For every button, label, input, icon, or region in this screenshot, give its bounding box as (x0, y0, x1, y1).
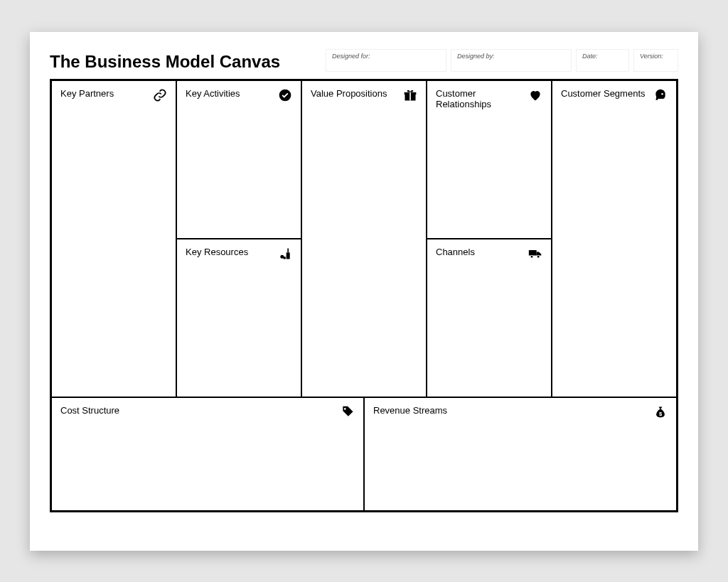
meta-fields: Designed for: Designed by: Date: Version… (326, 49, 678, 72)
col-value-propositions: Value Propositions (302, 81, 427, 397)
canvas-top-row: Key Partners Key Activities (52, 81, 676, 397)
svg-point-11 (661, 93, 663, 95)
label-key-resources: Key Resources (186, 247, 248, 257)
factory-icon (278, 247, 292, 261)
svg-rect-8 (529, 250, 537, 256)
truck-icon (528, 247, 542, 261)
money-bag-icon: $ (653, 405, 668, 419)
link-icon (153, 88, 167, 102)
field-designed-by[interactable]: Designed by: (451, 49, 572, 72)
price-tag-icon (341, 405, 355, 419)
canvas-page: The Business Model Canvas Designed for: … (30, 32, 698, 551)
svg-point-10 (537, 255, 540, 258)
col-key-activities-resources: Key Activities Key Resources (177, 81, 302, 397)
svg-rect-7 (410, 92, 411, 100)
cell-channels: Channels (427, 239, 551, 397)
label-key-partners: Key Partners (60, 88, 114, 99)
cell-key-activities: Key Activities (177, 81, 301, 239)
label-value-propositions: Value Propositions (311, 88, 387, 99)
svg-point-3 (283, 256, 286, 259)
svg-point-12 (344, 408, 346, 410)
business-model-canvas: Key Partners Key Activities (50, 79, 678, 512)
label-customer-segments: Customer Segments (561, 88, 646, 99)
col-key-partners: Key Partners (52, 81, 177, 397)
field-designed-for[interactable]: Designed for: (326, 49, 446, 72)
check-circle-icon (278, 88, 292, 102)
svg-rect-1 (287, 252, 290, 259)
label-channels: Channels (436, 247, 475, 257)
person-head-icon (653, 88, 668, 102)
label-cost-structure: Cost Structure (60, 405, 119, 416)
gift-icon (403, 88, 417, 102)
canvas-bottom-row: Cost Structure Revenue Streams $ (52, 397, 676, 510)
cell-customer-relationships: Customer Relationships (427, 81, 551, 239)
cell-revenue-streams: Revenue Streams $ (365, 398, 676, 510)
label-key-activities: Key Activities (186, 88, 240, 99)
label-customer-relationships: Customer Relationships (436, 88, 528, 109)
page-title: The Business Model Canvas (50, 49, 320, 72)
svg-point-9 (530, 255, 533, 258)
cell-cost-structure: Cost Structure (52, 398, 365, 510)
svg-rect-4 (287, 248, 289, 252)
cell-key-resources: Key Resources (177, 239, 301, 397)
label-revenue-streams: Revenue Streams (373, 405, 447, 416)
field-date[interactable]: Date: (576, 49, 629, 72)
col-customer-segments: Customer Segments (552, 81, 676, 397)
header-row: The Business Model Canvas Designed for: … (50, 49, 678, 72)
heart-icon (528, 88, 542, 102)
col-relationships-channels: Customer Relationships Channels (427, 81, 552, 397)
field-version[interactable]: Version: (633, 49, 678, 72)
